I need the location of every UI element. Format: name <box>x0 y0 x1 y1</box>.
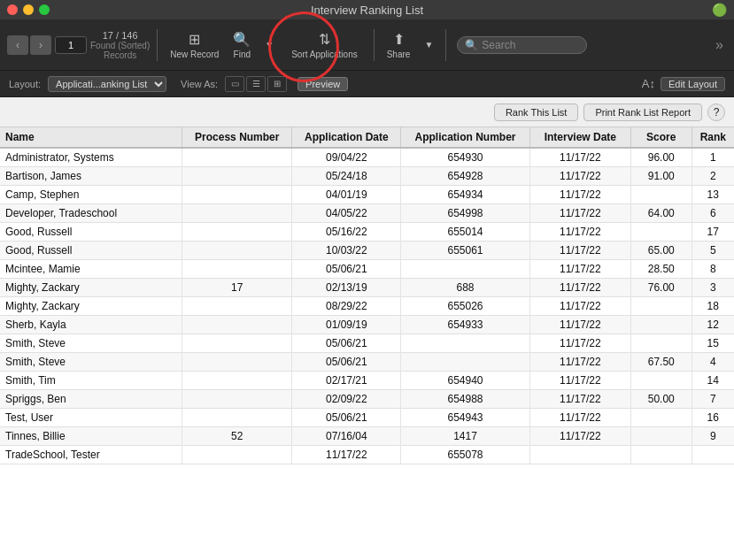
table-body: Administrator, Systems09/04/2265493011/1… <box>0 148 734 464</box>
col-header-process: Process Number <box>182 127 292 148</box>
divider-2 <box>374 29 375 61</box>
table-row: Mighty, Zackary1702/13/1968811/17/2276.0… <box>0 279 734 297</box>
col-header-rank: Rank <box>692 127 734 148</box>
view-icons: ▭ ☰ ⊞ <box>225 76 287 92</box>
search-input[interactable] <box>482 39 579 51</box>
back-button[interactable]: ‹ <box>7 35 28 55</box>
new-record-label: New Record <box>170 50 219 59</box>
table-row: Smith, Steve05/06/2111/17/2215 <box>0 334 734 353</box>
table-container: Name Process Number Application Date App… <box>0 127 734 560</box>
table-row: Tinnes, Billie5207/16/04141711/17/229 <box>0 427 734 446</box>
search-box: 🔍 <box>457 36 587 54</box>
find-dropdown-icon: ▼ <box>265 40 274 50</box>
sort-btn-container: ⇅ Sort Applications <box>282 27 367 63</box>
preview-button[interactable]: Preview <box>297 77 348 91</box>
records-info: 17 / 146 Found (Sorted) Records <box>90 30 150 60</box>
minimize-button[interactable] <box>23 4 34 15</box>
print-rank-list-button[interactable]: Print Rank List Report <box>583 104 702 121</box>
found-count: 17 / 146 <box>103 30 138 41</box>
find-label: Find <box>234 50 251 59</box>
table-row: Camp, Stephen04/01/1965493411/17/2213 <box>0 186 734 204</box>
table-row: Mcintee, Mamie05/06/2111/17/2228.508 <box>0 260 734 279</box>
layout-label: Layout: <box>9 79 41 89</box>
table-row: Bartison, James05/24/1865492811/17/2291.… <box>0 167 734 186</box>
view-list-button[interactable]: ☰ <box>246 76 266 92</box>
table-row: Sherb, Kayla01/09/1965493311/17/2212 <box>0 316 734 334</box>
toolbar-end-button[interactable]: » <box>712 34 727 57</box>
table-row: Spriggs, Ben02/09/2265498811/17/2250.007 <box>0 390 734 409</box>
share-dropdown-icon: ▼ <box>424 40 433 50</box>
view-as-label: View As: <box>181 79 218 89</box>
table-row: Administrator, Systems09/04/2265493011/1… <box>0 148 734 167</box>
nav-group: ‹ › <box>7 35 51 55</box>
col-header-int-date: Interview Date <box>529 127 630 148</box>
divider-1 <box>157 29 158 61</box>
window-title: Interview Ranking List <box>311 4 423 17</box>
col-header-app-num: Application Number <box>401 127 529 148</box>
find-dropdown-button[interactable]: ▼ <box>259 36 279 53</box>
edit-layout-button[interactable]: Edit Layout <box>661 77 725 91</box>
layout-bar-right: A↕ Edit Layout <box>642 77 725 91</box>
new-record-button[interactable]: ⊞ New Record <box>165 27 224 63</box>
table-row: TradeSchool, Tester11/17/22655078 <box>0 446 734 464</box>
new-record-icon: ⊞ <box>189 31 200 48</box>
layout-bar: Layout: Applicati...anking List View As:… <box>0 71 734 97</box>
status-icon: 🟢 <box>712 3 727 17</box>
find-button[interactable]: 🔍 Find <box>228 27 256 63</box>
table-row: Test, User05/06/2165494311/17/2216 <box>0 409 734 427</box>
share-button[interactable]: ⬆ Share <box>382 27 416 63</box>
toolbar: ‹ › 17 / 146 Found (Sorted) Records ⊞ Ne… <box>0 19 734 71</box>
rank-this-list-button[interactable]: Rank This List <box>494 104 579 121</box>
forward-button[interactable]: › <box>30 35 51 55</box>
view-form-button[interactable]: ▭ <box>225 76 244 92</box>
help-button[interactable]: ? <box>707 104 725 121</box>
toolbar-right: » <box>712 34 727 57</box>
table-row: Smith, Tim02/17/2165494011/17/2214 <box>0 372 734 390</box>
table-row: Good, Russell05/16/2265501411/17/2217 <box>0 223 734 242</box>
header-row: Name Process Number Application Date App… <box>0 127 734 148</box>
share-label: Share <box>387 50 411 59</box>
view-table-button[interactable]: ⊞ <box>267 76 287 92</box>
table-header: Name Process Number Application Date App… <box>0 127 734 148</box>
table-row: Good, Russell10/03/2265506111/17/2265.00… <box>0 242 734 260</box>
col-header-app-date: Application Date <box>292 127 401 148</box>
data-table: Name Process Number Application Date App… <box>0 127 734 464</box>
records-label: Records <box>104 50 136 60</box>
search-icon: 🔍 <box>465 39 478 51</box>
sort-label: Sort Applications <box>291 50 358 59</box>
col-header-score: Score <box>630 127 692 148</box>
found-label: Found (Sorted) <box>90 41 150 50</box>
share-icon: ⬆ <box>393 31 405 48</box>
sort-applications-button[interactable]: ⇅ Sort Applications <box>282 27 367 63</box>
col-header-name: Name <box>0 127 182 148</box>
action-bar: Rank This List Print Rank List Report ? <box>0 97 734 127</box>
layout-select[interactable]: Applicati...anking List <box>48 76 166 92</box>
font-size-icon: A↕ <box>642 77 655 90</box>
share-dropdown-button[interactable]: ▼ <box>419 36 438 53</box>
close-button[interactable] <box>7 4 18 15</box>
sort-icon: ⇅ <box>319 31 330 48</box>
divider-3 <box>445 29 446 61</box>
traffic-lights <box>7 4 50 15</box>
record-number-input[interactable] <box>55 36 87 54</box>
table-row: Mighty, Zackary08/29/2265502611/17/2218 <box>0 297 734 316</box>
table-row: Developer, Tradeschool04/05/2265499811/1… <box>0 204 734 223</box>
title-bar: Interview Ranking List 🟢 <box>0 0 734 19</box>
find-icon: 🔍 <box>233 31 251 48</box>
table-row: Smith, Steve05/06/2111/17/2267.504 <box>0 353 734 372</box>
maximize-button[interactable] <box>39 4 50 15</box>
